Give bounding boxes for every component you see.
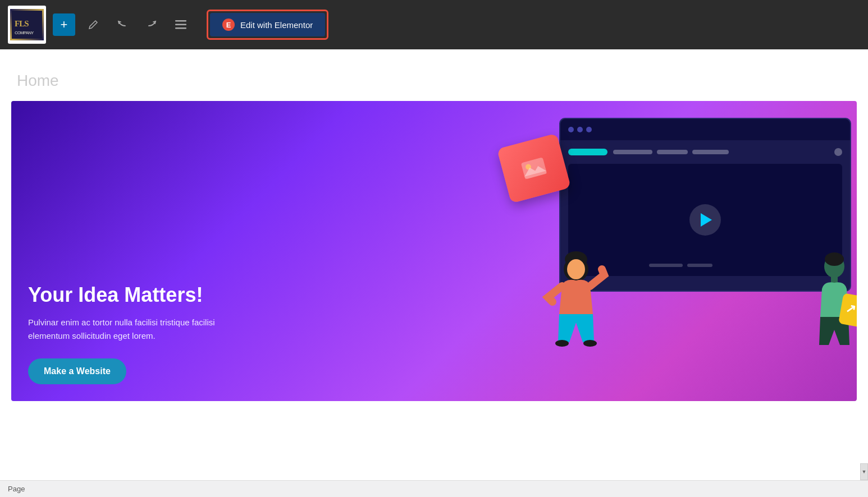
browser-nav-lines (613, 150, 829, 154)
page-title: Home (17, 72, 851, 90)
svg-point-12 (583, 340, 597, 347)
hero-subtitle: Pulvinar enim ac tortor nulla facilisi t… (28, 316, 241, 343)
page-content-area: Home Your Idea Matters! Pulvinar enim ac… (0, 49, 868, 480)
browser-dot-2 (577, 127, 583, 132)
nav-line-1 (613, 150, 652, 154)
character-right: ↗ (801, 236, 857, 348)
elementor-button-label: Edit with Elementor (240, 20, 313, 30)
elementor-icon: E (222, 19, 235, 31)
admin-toolbar: FLS COMPANY + E Edit with Elementor (0, 0, 868, 49)
scrollbar-down-arrow[interactable]: ▼ (860, 463, 868, 480)
hero-cta-button[interactable]: Make a Website (28, 358, 126, 384)
browser-dot-1 (568, 127, 574, 132)
svg-rect-4 (175, 24, 186, 26)
elementor-button-wrapper: E Edit with Elementor (207, 10, 328, 40)
page-title-area: Home (0, 49, 868, 101)
svg-rect-15 (831, 276, 838, 283)
edit-with-elementor-button[interactable]: E Edit with Elementor (210, 13, 325, 36)
undo-button[interactable] (111, 13, 134, 36)
hamburger-icon (175, 20, 186, 29)
play-button[interactable] (689, 204, 721, 236)
redo-icon (146, 19, 157, 30)
nav-line-2 (657, 150, 688, 154)
menu-button[interactable] (170, 13, 192, 36)
browser-dot-3 (586, 127, 592, 132)
pencil-icon (88, 20, 98, 30)
character-left-illustration (531, 224, 621, 348)
svg-rect-3 (175, 20, 186, 22)
browser-decoration-lines (649, 264, 712, 267)
redo-button[interactable] (140, 13, 163, 36)
browser-nav-circle (834, 148, 842, 156)
character-right-illustration: ↗ (801, 236, 857, 348)
logo-image: FLS COMPANY (10, 9, 44, 40)
browser-nav-pill (568, 149, 607, 155)
site-logo[interactable]: FLS COMPANY (8, 6, 46, 44)
hero-title: Your Idea Matters! (28, 283, 241, 307)
image-placeholder-icon (517, 151, 551, 185)
add-button[interactable]: + (53, 13, 75, 36)
browser-titlebar (560, 119, 850, 140)
hero-illustration: ↗ (537, 118, 851, 342)
undo-icon (117, 19, 128, 30)
svg-text:FLS: FLS (15, 19, 29, 28)
hero-content: Your Idea Matters! Pulvinar enim ac tort… (11, 283, 241, 401)
svg-rect-5 (175, 27, 186, 29)
svg-point-11 (555, 340, 569, 347)
browser-nav-bar (568, 148, 842, 156)
svg-point-14 (825, 252, 844, 266)
nav-line-3 (692, 150, 729, 154)
hero-section: Your Idea Matters! Pulvinar enim ac tort… (11, 101, 857, 401)
status-label: Page (8, 485, 25, 493)
character-left (531, 224, 621, 348)
play-triangle-icon (701, 213, 712, 227)
edit-button[interactable] (82, 13, 104, 36)
deco-line-1 (649, 264, 683, 267)
svg-text:COMPANY: COMPANY (15, 30, 34, 35)
svg-point-10 (567, 259, 585, 279)
status-bar: Page (0, 480, 868, 497)
deco-line-2 (687, 264, 712, 267)
